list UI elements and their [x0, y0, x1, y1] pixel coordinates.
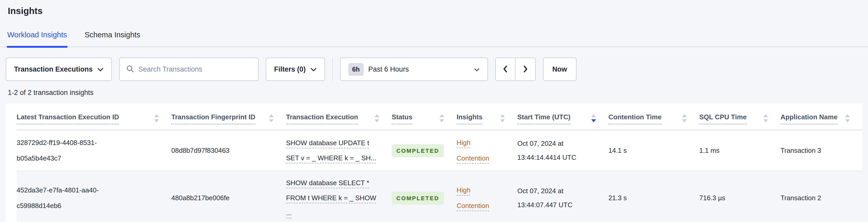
- cell-status: COMPLETED: [392, 130, 457, 171]
- table-row: 328729d2-ff19-4408-8531-b05a5b4e43c7 08d…: [17, 130, 862, 171]
- cell-start-time: Oct 07, 2024 at 13:44:14.4414 UTC: [517, 130, 609, 171]
- chevron-down-icon: [310, 65, 317, 73]
- cell-execution-id: 452da3e7-e7fa-4801-aa40-c59988d14eb6: [17, 171, 171, 222]
- cell-application-name: Transaction 2: [780, 171, 862, 222]
- cell-insights: High Contention: [457, 171, 517, 222]
- sort-icon[interactable]: [763, 114, 769, 123]
- cell-sql-cpu-time: 716.3 µs: [699, 171, 780, 222]
- col-header-contention-time[interactable]: Contention Time: [609, 103, 699, 130]
- table-header-row: Latest Transaction Execution ID Transact…: [17, 103, 862, 130]
- time-prev-button[interactable]: [496, 58, 516, 81]
- cell-contention-time: 14.1 s: [609, 130, 699, 171]
- chevron-down-icon: [474, 65, 480, 73]
- cell-transaction-execution: SHOW database SELECT * FROM t WHERE k = …: [286, 171, 392, 222]
- sort-icon[interactable]: [500, 114, 505, 123]
- filters-dropdown[interactable]: Filters (0): [266, 58, 325, 81]
- time-range-label: Past 6 Hours: [368, 65, 409, 73]
- sort-icon[interactable]: [374, 114, 380, 123]
- sort-icon[interactable]: [682, 114, 687, 123]
- search-input[interactable]: [138, 65, 252, 73]
- tab-label: Schema Insights: [85, 31, 140, 39]
- chevron-right-icon: [522, 65, 529, 74]
- sort-icon[interactable]: [439, 114, 445, 123]
- search-box[interactable]: [119, 58, 258, 81]
- transaction-type-dropdown[interactable]: Transaction Executions: [6, 58, 112, 81]
- tab-schema-insights[interactable]: Schema Insights: [84, 27, 141, 46]
- status-badge: COMPLETED: [392, 144, 444, 157]
- time-next-button[interactable]: [516, 58, 535, 81]
- col-header-application-name[interactable]: Application Name: [780, 103, 862, 130]
- insight-link[interactable]: High Contention: [457, 135, 496, 166]
- cell-execution-id: 328729d2-ff19-4408-8531-b05a5b4e43c7: [17, 130, 171, 171]
- filters-label: Filters (0): [274, 65, 306, 73]
- col-header-sql-cpu-time[interactable]: SQL CPU Time: [699, 103, 780, 130]
- col-header-status[interactable]: Status: [392, 103, 457, 130]
- tabs-bar: Workload Insights Schema Insights: [0, 27, 868, 47]
- chevron-left-icon: [502, 65, 509, 74]
- sort-icon[interactable]: [269, 114, 274, 123]
- col-header-insights[interactable]: Insights: [457, 103, 517, 130]
- insights-page: Insights Workload Insights Schema Insigh…: [0, 6, 868, 222]
- cell-status: COMPLETED: [392, 171, 457, 222]
- insights-table: Latest Transaction Execution ID Transact…: [17, 103, 862, 222]
- cell-insights: High Contention: [457, 130, 517, 171]
- cell-start-time: Oct 07, 2024 at 13:44:07.447 UTC: [517, 171, 609, 222]
- search-icon: [126, 65, 134, 74]
- cell-application-name: Transaction 3: [780, 130, 862, 171]
- toolbar: Transaction Executions Filters (0) 6h Pa…: [6, 58, 862, 81]
- now-button[interactable]: Now: [543, 58, 577, 81]
- transaction-execution-link[interactable]: SHOW database SELECT *: [286, 175, 369, 190]
- time-range-badge: 6h: [348, 63, 364, 76]
- insight-link[interactable]: High Contention: [457, 182, 496, 214]
- cell-fingerprint-id: 480a8b217be006fe: [171, 171, 286, 222]
- insights-table-card: Latest Transaction Execution ID Transact…: [6, 103, 862, 222]
- results-count: 1-2 of 2 transaction insights: [8, 89, 868, 97]
- tab-label: Workload Insights: [7, 31, 67, 39]
- transaction-execution-link[interactable]: SET v = _ WHERE k = _ SH...: [286, 151, 376, 165]
- time-range-picker[interactable]: 6h Past 6 Hours: [340, 58, 488, 81]
- cell-transaction-execution: SHOW database UPDATE t SET v = _ WHERE k…: [286, 130, 392, 171]
- transaction-execution-link[interactable]: ...: [286, 205, 292, 220]
- col-header-transaction-execution[interactable]: Transaction Execution: [286, 103, 392, 130]
- col-header-start-time[interactable]: Start Time (UTC): [517, 103, 609, 130]
- chevron-down-icon: [97, 65, 103, 73]
- sort-icon[interactable]: [845, 114, 850, 123]
- sort-icon[interactable]: [591, 114, 596, 123]
- status-badge: COMPLETED: [392, 192, 444, 204]
- tab-workload-insights[interactable]: Workload Insights: [7, 27, 67, 46]
- col-header-transaction-fingerprint-id[interactable]: Transaction Fingerprint ID: [171, 103, 286, 130]
- transaction-execution-link[interactable]: SHOW database UPDATE t: [286, 135, 369, 151]
- cell-fingerprint-id: 08d8b7d97f830463: [171, 130, 286, 171]
- table-row: 452da3e7-e7fa-4801-aa40-c59988d14eb6 480…: [17, 171, 862, 222]
- toolbar-divider: [332, 58, 333, 81]
- sort-icon[interactable]: [154, 114, 159, 123]
- cell-contention-time: 21.3 s: [609, 171, 699, 222]
- transaction-execution-link[interactable]: FROM t WHERE k = _ SHOW: [286, 190, 376, 205]
- page-title: Insights: [8, 6, 868, 16]
- transaction-type-label: Transaction Executions: [14, 65, 93, 73]
- cell-sql-cpu-time: 1.1 ms: [699, 130, 780, 171]
- time-pager: [495, 58, 536, 81]
- now-label: Now: [552, 65, 567, 73]
- col-header-latest-transaction-execution-id[interactable]: Latest Transaction Execution ID: [17, 103, 171, 130]
